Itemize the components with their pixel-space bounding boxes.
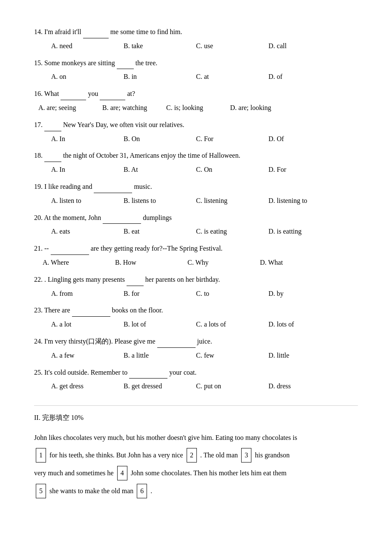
q22-text-after: her parents on her birthday. xyxy=(145,276,220,283)
q22-option-b[interactable]: B. for xyxy=(124,288,183,300)
q20-blank xyxy=(103,211,141,224)
question-15: 15. Some monkeys are sitting the tree. A… xyxy=(34,57,358,84)
passage-line2-tail: his grandson xyxy=(255,451,289,459)
q18-text-after: the night of October 31, Americans enjoy… xyxy=(63,152,240,159)
question-19: 19. I like reading and music. A. listen … xyxy=(34,180,358,207)
q23-option-d[interactable]: D. lots of xyxy=(268,318,328,331)
q19-text-after: music. xyxy=(134,183,152,190)
q24-option-a[interactable]: A. a few xyxy=(51,350,111,362)
q24-option-b[interactable]: B. a little xyxy=(124,350,183,362)
q25-option-c[interactable]: C. put on xyxy=(196,380,256,393)
q24-blank xyxy=(157,335,196,348)
q18-option-b[interactable]: B. At xyxy=(124,164,183,176)
passage-line3-mid: John some chocolates. Then his mother le… xyxy=(131,469,287,477)
q18-option-a[interactable]: A. In xyxy=(51,164,111,176)
q15-option-d[interactable]: D. of xyxy=(268,71,328,83)
q24-text-after: juice. xyxy=(197,338,212,345)
question-25: 25. It's cold outside. Remember to your … xyxy=(34,366,358,393)
q25-text-before: It's cold outside. Remember to xyxy=(44,369,127,376)
section-2-title: II. 完形填空 10% xyxy=(34,412,358,424)
q25-number: 25. xyxy=(34,369,43,376)
q23-number: 23. xyxy=(34,306,43,314)
q18-option-c[interactable]: C. On xyxy=(196,164,256,176)
q15-blank xyxy=(117,57,134,69)
q21-option-d[interactable]: D. What xyxy=(260,257,320,269)
q15-option-a[interactable]: A. on xyxy=(51,71,111,83)
q23-options: A. a lot B. lot of C. a lots of D. lots … xyxy=(34,318,358,331)
q14-blank xyxy=(83,26,109,38)
q18-number: 18. xyxy=(34,152,43,159)
q24-text-before: I'm very thirsty(口渴的). Please give me xyxy=(44,338,156,345)
q16-option-b[interactable]: B. are; watching xyxy=(102,102,162,114)
q25-option-d[interactable]: D. dress xyxy=(268,380,328,393)
q17-option-a[interactable]: A. In xyxy=(51,133,111,145)
q23-text-after: books on the floor. xyxy=(112,306,163,314)
q18-blank xyxy=(44,149,61,162)
passage-line-3: very much and sometimes he 4 John some c… xyxy=(34,466,358,480)
q14-option-b[interactable]: B. take xyxy=(124,40,183,52)
q21-option-a[interactable]: A. Where xyxy=(43,257,102,269)
q21-options: A. Where B. How C. Why D. What xyxy=(34,257,358,269)
q23-option-b[interactable]: B. lot of xyxy=(124,318,183,331)
q20-number: 20. xyxy=(34,214,43,221)
q22-option-a[interactable]: A. from xyxy=(51,288,111,300)
q21-number: 21. xyxy=(34,245,43,252)
q17-option-c[interactable]: C. For xyxy=(196,133,256,145)
q17-option-b[interactable]: B. On xyxy=(124,133,183,145)
q24-number: 24. xyxy=(34,338,43,345)
q25-option-b[interactable]: B. get dressed xyxy=(124,380,183,393)
q14-option-d[interactable]: D. call xyxy=(268,40,328,52)
q18-option-d[interactable]: D. For xyxy=(268,164,328,176)
q14-text-before: I'm afraid it'll xyxy=(44,28,81,35)
q17-blank xyxy=(44,119,61,131)
q14-option-c[interactable]: C. use xyxy=(196,40,256,52)
q23-option-c[interactable]: C. a lots of xyxy=(196,318,256,331)
q17-number: 17. xyxy=(34,121,43,128)
q21-text-before: -- xyxy=(44,245,49,252)
q21-option-b[interactable]: B. How xyxy=(115,257,175,269)
q19-option-d[interactable]: D. listening to xyxy=(268,195,328,207)
q22-option-c[interactable]: C. to xyxy=(196,288,256,300)
q21-option-c[interactable]: C. Why xyxy=(187,257,247,269)
q25-options: A. get dress B. get dressed C. put on D.… xyxy=(34,380,358,393)
q16-option-d[interactable]: D. are; looking xyxy=(230,102,290,114)
q17-option-d[interactable]: D. Of xyxy=(268,133,328,145)
q19-option-c[interactable]: C. listening xyxy=(196,195,256,207)
q16-text-mid: you xyxy=(88,90,100,97)
q23-option-a[interactable]: A. a lot xyxy=(51,318,111,331)
question-23: 23. There are books on the floor. A. a l… xyxy=(34,304,358,331)
q19-option-a[interactable]: A. listen to xyxy=(51,195,111,207)
q20-option-a[interactable]: A. eats xyxy=(51,225,111,238)
q24-options: A. a few B. a little C. few D. little xyxy=(34,350,358,362)
question-22: 22. . Lingling gets many presents her pa… xyxy=(34,273,358,300)
q25-option-a[interactable]: A. get dress xyxy=(51,380,111,393)
question-17: 17. New Year's Day, we often visit our r… xyxy=(34,119,358,145)
question-21: 21. -- are they getting ready for?--The … xyxy=(34,242,358,269)
q19-number: 19. xyxy=(34,183,43,190)
q20-option-d[interactable]: D. is eatting xyxy=(268,225,328,238)
q22-blank xyxy=(127,273,144,286)
q15-number: 15. xyxy=(34,59,43,66)
q15-option-b[interactable]: B. in xyxy=(124,71,183,83)
q14-option-a[interactable]: A. need xyxy=(51,40,111,52)
q16-option-c[interactable]: C. is; looking xyxy=(166,102,226,114)
q20-option-c[interactable]: C. is eating xyxy=(196,225,256,238)
q16-option-a[interactable]: A. are; seeing xyxy=(38,102,98,114)
q22-option-d[interactable]: D. by xyxy=(268,288,328,300)
q15-text-after: the tree. xyxy=(135,59,158,66)
q20-option-b[interactable]: B. eat xyxy=(124,225,183,238)
q15-options: A. on B. in C. at D. of xyxy=(34,71,358,83)
passage-line-2: 1 for his teeth, she thinks. But John ha… xyxy=(34,448,358,462)
q16-text-before: What xyxy=(44,90,59,97)
exam-content: 14. I'm afraid it'll me some time to fin… xyxy=(34,26,358,498)
q24-option-c[interactable]: C. few xyxy=(196,350,256,362)
q21-text-after: are they getting ready for?--The Spring … xyxy=(91,245,223,252)
q19-options: A. listen to B. listens to C. listening … xyxy=(34,195,358,207)
q19-option-b[interactable]: B. listens to xyxy=(124,195,183,207)
q24-option-d[interactable]: D. little xyxy=(268,350,328,362)
q16-text-after: at? xyxy=(127,90,135,97)
q15-option-c[interactable]: C. at xyxy=(196,71,256,83)
blank-5: 5 xyxy=(36,484,46,498)
q19-text-before: I like reading and xyxy=(44,183,92,190)
q25-text-after: your coat. xyxy=(169,369,196,376)
